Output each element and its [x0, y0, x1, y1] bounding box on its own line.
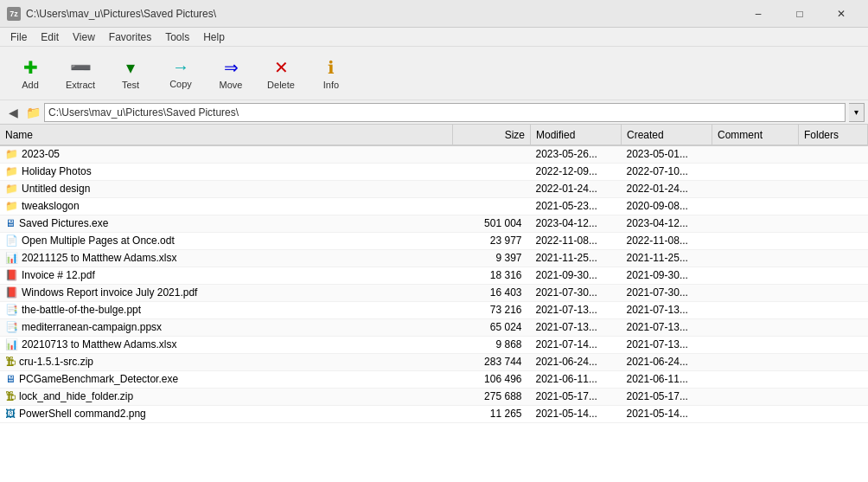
col-folders[interactable]: Folders: [799, 125, 868, 145]
col-created[interactable]: Created: [622, 125, 712, 145]
col-name[interactable]: Name: [0, 125, 453, 145]
folder-icon: 📁: [5, 183, 18, 195]
xlsx-icon: 📊: [5, 252, 18, 264]
menu-item-view[interactable]: View: [66, 29, 102, 45]
pdf-icon: 📕: [5, 286, 18, 299]
address-dropdown[interactable]: ▾: [849, 103, 865, 122]
window-controls: – □ ✕: [738, 0, 861, 28]
toolbar-btn-add[interactable]: ✚Add: [7, 50, 54, 97]
file-created: 2021-07-13...: [622, 318, 712, 336]
table-row[interactable]: 🖼PowerShell command2.png11 2652021-05-14…: [0, 405, 868, 422]
file-name: 🖥PCGameBenchmark_Detector.exe: [0, 370, 453, 388]
add-label: Add: [22, 80, 39, 90]
file-comment: [712, 284, 799, 301]
file-comment: [712, 405, 799, 422]
file-modified: 2021-07-14...: [531, 336, 622, 353]
file-comment: [712, 353, 799, 370]
toolbar-btn-test[interactable]: ▾Test: [107, 50, 154, 97]
menu-item-favorites[interactable]: Favorites: [102, 29, 158, 45]
toolbar-btn-delete[interactable]: ✕Delete: [258, 50, 304, 97]
file-created: 2021-07-30...: [622, 284, 712, 301]
file-name: 📁2023-05: [0, 145, 453, 163]
file-comment: [712, 267, 799, 284]
file-size: 106 496: [453, 370, 531, 388]
close-button[interactable]: ✕: [821, 0, 861, 28]
file-created: 2020-09-08...: [622, 197, 712, 215]
table-row[interactable]: 📕Invoice # 12.pdf18 3162021-09-30...2021…: [0, 267, 868, 284]
toolbar-btn-move[interactable]: ⇒Move: [207, 50, 254, 97]
col-modified[interactable]: Modified: [531, 125, 622, 145]
file-comment: [712, 215, 799, 232]
zip-icon: 🗜: [5, 356, 16, 368]
table-row[interactable]: 📕Windows Report invoice July 2021.pdf16 …: [0, 284, 868, 301]
file-name: 📁tweakslogon: [0, 197, 453, 215]
table-row[interactable]: 🖥PCGameBenchmark_Detector.exe106 4962021…: [0, 370, 868, 388]
file-size: [453, 180, 531, 197]
file-size: [453, 163, 531, 180]
file-size: 65 024: [453, 318, 531, 336]
table-row[interactable]: 📊20210713 to Matthew Adams.xlsx9 8682021…: [0, 336, 868, 353]
file-size: 23 977: [453, 232, 531, 249]
col-comment[interactable]: Comment: [712, 125, 799, 145]
table-row[interactable]: 📑mediterranean-campaign.ppsx65 0242021-0…: [0, 318, 868, 336]
zip-icon: 🗜: [5, 390, 16, 402]
info-icon: ℹ: [328, 57, 335, 78]
table-row[interactable]: 📁Untitled design2022-01-24...2022-01-24.…: [0, 180, 868, 197]
table-row[interactable]: 📁2023-052023-05-26...2023-05-01...: [0, 145, 868, 163]
address-bar: ◀ 📁 ▾: [0, 100, 868, 125]
table-row[interactable]: 🗜cru-1.5.1-src.zip283 7442021-06-24...20…: [0, 353, 868, 370]
file-folders: [799, 388, 868, 405]
file-size: [453, 145, 531, 163]
file-modified: 2021-07-13...: [531, 318, 622, 336]
menu-item-edit[interactable]: Edit: [34, 29, 66, 45]
table-row[interactable]: 📄Open Multiple Pages at Once.odt23 97720…: [0, 232, 868, 249]
file-created: 2022-07-10...: [622, 163, 712, 180]
minimize-button[interactable]: –: [738, 0, 778, 28]
file-name: 📁Untitled design: [0, 180, 453, 197]
exe-icon: 🖥: [5, 373, 16, 385]
maximize-button[interactable]: □: [780, 0, 820, 28]
file-folders: [799, 267, 868, 284]
file-modified: 2022-12-09...: [531, 163, 622, 180]
file-folders: [799, 249, 868, 267]
file-name: 📑the-battle-of-the-bulge.ppt: [0, 301, 453, 318]
file-comment: [712, 318, 799, 336]
menu-item-tools[interactable]: Tools: [158, 29, 196, 45]
file-folders: [799, 197, 868, 215]
file-created: 2021-09-30...: [622, 267, 712, 284]
table-row[interactable]: 📁Holiday Photos2022-12-09...2022-07-10..…: [0, 163, 868, 180]
file-created: 2021-07-13...: [622, 336, 712, 353]
table-row[interactable]: 🖥Saved Pictures.exe501 0042023-04-12...2…: [0, 215, 868, 232]
file-size: 16 403: [453, 284, 531, 301]
file-size: 73 216: [453, 301, 531, 318]
toolbar-btn-copy[interactable]: →Copy: [157, 50, 204, 97]
test-icon: ▾: [126, 57, 135, 78]
table-row[interactable]: 📁tweakslogon2021-05-23...2020-09-08...: [0, 197, 868, 215]
file-name: 🖥Saved Pictures.exe: [0, 215, 453, 232]
file-folders: [799, 215, 868, 232]
file-created: 2021-11-25...: [622, 249, 712, 267]
file-name: 📕Windows Report invoice July 2021.pdf: [0, 284, 453, 301]
folder-icon: 📁: [5, 200, 18, 212]
nav-back-button[interactable]: ◀: [3, 103, 22, 122]
table-row[interactable]: 🗜lock_and_hide_folder.zip275 6882021-05-…: [0, 388, 868, 405]
table-row[interactable]: 📊20211125 to Matthew Adams.xlsx9 3972021…: [0, 249, 868, 267]
exe-icon: 🖥: [5, 217, 16, 229]
file-created: 2023-04-12...: [622, 215, 712, 232]
file-created: 2022-11-08...: [622, 232, 712, 249]
file-created: 2022-01-24...: [622, 180, 712, 197]
file-created: 2021-05-17...: [622, 388, 712, 405]
menu-item-file[interactable]: File: [3, 29, 34, 45]
address-input[interactable]: [44, 103, 846, 122]
copy-label: Copy: [169, 79, 192, 89]
toolbar-btn-info[interactable]: ℹInfo: [308, 50, 354, 97]
menu-item-help[interactable]: Help: [196, 29, 232, 45]
file-created: 2021-06-11...: [622, 370, 712, 388]
toolbar-btn-extract[interactable]: ➖Extract: [57, 50, 104, 97]
table-row[interactable]: 📑the-battle-of-the-bulge.ppt73 2162021-0…: [0, 301, 868, 318]
file-modified: 2022-11-08...: [531, 232, 622, 249]
col-size[interactable]: Size: [453, 125, 531, 145]
png-icon: 🖼: [5, 408, 16, 420]
file-folders: [799, 163, 868, 180]
file-size: 18 316: [453, 267, 531, 284]
